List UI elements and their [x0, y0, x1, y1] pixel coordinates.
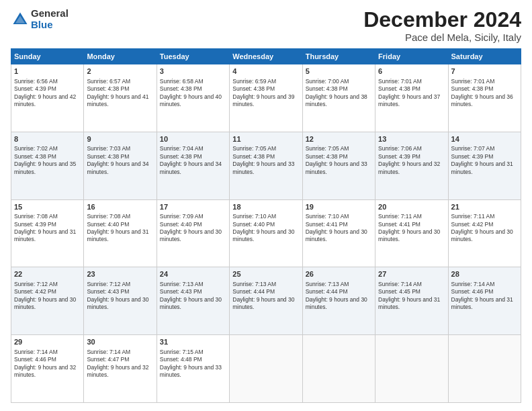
day-number: 22 [14, 269, 81, 279]
calendar-table: SundayMondayTuesdayWednesdayThursdayFrid… [11, 48, 521, 403]
day-info: Sunrise: 7:11 AMSunset: 4:42 PMDaylight:… [451, 213, 518, 244]
logo-icon [11, 10, 30, 29]
day-info: Sunrise: 7:14 AMSunset: 4:45 PMDaylight:… [378, 281, 445, 312]
calendar-cell: 12Sunrise: 7:05 AMSunset: 4:38 PMDayligh… [302, 132, 375, 199]
day-number: 7 [451, 66, 518, 77]
day-info: Sunrise: 7:09 AMSunset: 4:40 PMDaylight:… [160, 213, 226, 244]
calendar-cell: 28Sunrise: 7:14 AMSunset: 4:46 PMDayligh… [448, 267, 521, 335]
day-info: Sunrise: 7:01 AMSunset: 4:38 PMDaylight:… [378, 78, 445, 109]
day-header-wednesday: Wednesday [230, 49, 302, 64]
day-number: 3 [160, 66, 226, 77]
day-number: 19 [306, 202, 372, 212]
calendar-cell: 2Sunrise: 6:57 AMSunset: 4:38 PMDaylight… [84, 64, 157, 132]
location: Pace del Mela, Sicily, Italy [363, 32, 521, 43]
day-header-tuesday: Tuesday [157, 49, 229, 64]
calendar-week-row: 8Sunrise: 7:02 AMSunset: 4:38 PMDaylight… [11, 132, 521, 199]
day-number: 10 [160, 134, 226, 144]
day-number: 6 [378, 66, 445, 77]
day-number: 1 [14, 66, 81, 77]
day-number: 29 [14, 337, 81, 347]
day-info: Sunrise: 7:14 AMSunset: 4:46 PMDaylight:… [451, 281, 518, 312]
day-info: Sunrise: 6:56 AMSunset: 4:39 PMDaylight:… [14, 78, 81, 109]
calendar-cell: 24Sunrise: 7:13 AMSunset: 4:43 PMDayligh… [157, 267, 229, 335]
calendar-cell: 27Sunrise: 7:14 AMSunset: 4:45 PMDayligh… [375, 267, 448, 335]
day-info: Sunrise: 7:12 AMSunset: 4:42 PMDaylight:… [14, 281, 81, 312]
month-title: December 2024 [363, 8, 521, 32]
calendar-cell: 23Sunrise: 7:12 AMSunset: 4:43 PMDayligh… [84, 267, 157, 335]
day-number: 13 [378, 134, 445, 144]
calendar-cell: 4Sunrise: 6:59 AMSunset: 4:38 PMDaylight… [230, 64, 302, 132]
day-header-saturday: Saturday [448, 49, 521, 64]
calendar-cell [230, 335, 302, 403]
calendar-week-row: 29Sunrise: 7:14 AMSunset: 4:46 PMDayligh… [11, 335, 521, 403]
day-info: Sunrise: 7:03 AMSunset: 4:38 PMDaylight:… [87, 145, 153, 176]
calendar-cell: 20Sunrise: 7:11 AMSunset: 4:41 PMDayligh… [375, 199, 448, 267]
day-number: 27 [378, 269, 445, 279]
calendar-cell: 6Sunrise: 7:01 AMSunset: 4:38 PMDaylight… [375, 64, 448, 132]
day-info: Sunrise: 7:05 AMSunset: 4:38 PMDaylight:… [306, 145, 372, 176]
calendar-cell: 30Sunrise: 7:14 AMSunset: 4:47 PMDayligh… [84, 335, 157, 403]
calendar-cell: 10Sunrise: 7:04 AMSunset: 4:38 PMDayligh… [157, 132, 229, 199]
logo-blue-text: Blue [31, 19, 69, 31]
day-number: 20 [378, 202, 445, 212]
calendar-cell: 31Sunrise: 7:15 AMSunset: 4:48 PMDayligh… [157, 335, 229, 403]
calendar-cell: 26Sunrise: 7:13 AMSunset: 4:44 PMDayligh… [302, 267, 375, 335]
logo: General Blue [11, 8, 69, 30]
day-number: 4 [232, 66, 299, 77]
day-number: 28 [451, 269, 518, 279]
calendar-week-row: 15Sunrise: 7:08 AMSunset: 4:39 PMDayligh… [11, 199, 521, 267]
header: General Blue December 2024 Pace del Mela… [11, 8, 521, 43]
day-info: Sunrise: 7:00 AMSunset: 4:38 PMDaylight:… [306, 78, 372, 109]
day-number: 12 [306, 134, 372, 144]
calendar-cell: 17Sunrise: 7:09 AMSunset: 4:40 PMDayligh… [157, 199, 229, 267]
calendar-cell: 19Sunrise: 7:10 AMSunset: 4:41 PMDayligh… [302, 199, 375, 267]
calendar-cell: 1Sunrise: 6:56 AMSunset: 4:39 PMDaylight… [11, 64, 84, 132]
calendar-cell: 9Sunrise: 7:03 AMSunset: 4:38 PMDaylight… [84, 132, 157, 199]
day-info: Sunrise: 7:14 AMSunset: 4:47 PMDaylight:… [87, 349, 153, 379]
day-number: 18 [232, 202, 299, 212]
day-info: Sunrise: 7:14 AMSunset: 4:46 PMDaylight:… [14, 349, 81, 379]
day-info: Sunrise: 7:13 AMSunset: 4:43 PMDaylight:… [160, 281, 226, 312]
day-number: 24 [160, 269, 226, 279]
day-number: 16 [87, 202, 153, 212]
calendar-cell: 8Sunrise: 7:02 AMSunset: 4:38 PMDaylight… [11, 132, 84, 199]
day-info: Sunrise: 6:57 AMSunset: 4:38 PMDaylight:… [87, 78, 153, 109]
day-number: 31 [160, 337, 226, 347]
calendar-cell: 16Sunrise: 7:08 AMSunset: 4:40 PMDayligh… [84, 199, 157, 267]
day-info: Sunrise: 7:08 AMSunset: 4:39 PMDaylight:… [14, 213, 81, 244]
calendar-cell: 29Sunrise: 7:14 AMSunset: 4:46 PMDayligh… [11, 335, 84, 403]
calendar-week-row: 1Sunrise: 6:56 AMSunset: 4:39 PMDaylight… [11, 64, 521, 132]
calendar-cell: 7Sunrise: 7:01 AMSunset: 4:38 PMDaylight… [448, 64, 521, 132]
calendar-header-row: SundayMondayTuesdayWednesdayThursdayFrid… [11, 49, 521, 64]
day-info: Sunrise: 6:58 AMSunset: 4:38 PMDaylight:… [160, 78, 226, 109]
day-number: 15 [14, 202, 81, 212]
logo-general-text: General [31, 8, 69, 19]
calendar-cell: 18Sunrise: 7:10 AMSunset: 4:40 PMDayligh… [230, 199, 302, 267]
calendar-cell: 25Sunrise: 7:13 AMSunset: 4:44 PMDayligh… [230, 267, 302, 335]
day-info: Sunrise: 7:13 AMSunset: 4:44 PMDaylight:… [232, 281, 299, 312]
day-info: Sunrise: 7:15 AMSunset: 4:48 PMDaylight:… [160, 349, 226, 379]
day-number: 25 [232, 269, 299, 279]
day-header-friday: Friday [375, 49, 448, 64]
day-info: Sunrise: 7:10 AMSunset: 4:40 PMDaylight:… [232, 213, 299, 244]
day-info: Sunrise: 7:11 AMSunset: 4:41 PMDaylight:… [378, 213, 445, 244]
day-number: 17 [160, 202, 226, 212]
calendar-cell [448, 335, 521, 403]
day-info: Sunrise: 7:08 AMSunset: 4:40 PMDaylight:… [87, 213, 153, 244]
calendar-cell [375, 335, 448, 403]
calendar-cell: 14Sunrise: 7:07 AMSunset: 4:39 PMDayligh… [448, 132, 521, 199]
day-number: 2 [87, 66, 153, 77]
day-info: Sunrise: 7:07 AMSunset: 4:39 PMDaylight:… [451, 145, 518, 176]
calendar-week-row: 22Sunrise: 7:12 AMSunset: 4:42 PMDayligh… [11, 267, 521, 335]
title-block: December 2024 Pace del Mela, Sicily, Ita… [363, 8, 521, 43]
day-info: Sunrise: 7:13 AMSunset: 4:44 PMDaylight:… [306, 281, 372, 312]
day-header-monday: Monday [84, 49, 157, 64]
day-info: Sunrise: 7:01 AMSunset: 4:38 PMDaylight:… [451, 78, 518, 109]
day-info: Sunrise: 7:04 AMSunset: 4:38 PMDaylight:… [160, 145, 226, 176]
day-number: 21 [451, 202, 518, 212]
day-info: Sunrise: 7:02 AMSunset: 4:38 PMDaylight:… [14, 145, 81, 176]
day-info: Sunrise: 7:05 AMSunset: 4:38 PMDaylight:… [232, 145, 299, 176]
calendar-cell: 13Sunrise: 7:06 AMSunset: 4:39 PMDayligh… [375, 132, 448, 199]
day-number: 23 [87, 269, 153, 279]
calendar-cell: 22Sunrise: 7:12 AMSunset: 4:42 PMDayligh… [11, 267, 84, 335]
